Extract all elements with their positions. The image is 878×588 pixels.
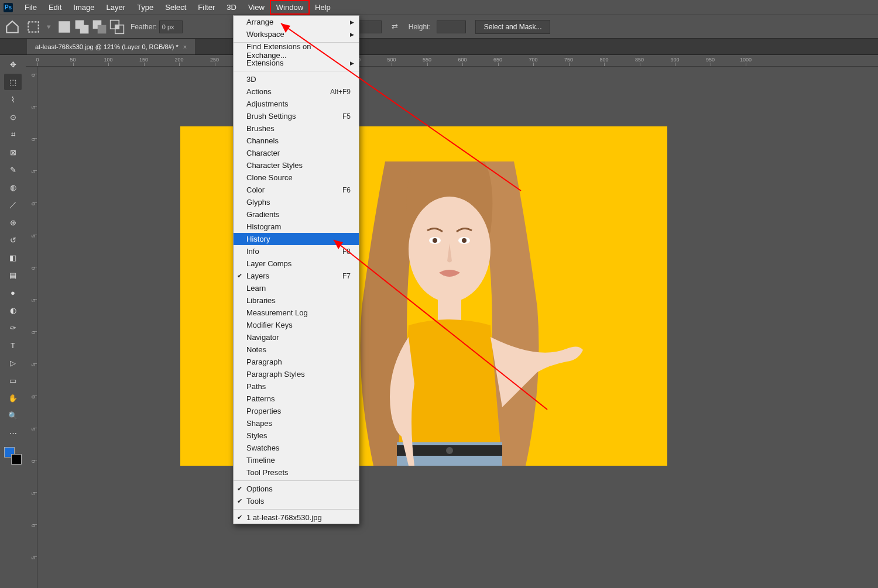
menu-item-modifier-keys[interactable]: Modifier Keys xyxy=(234,319,359,331)
menu-item-paragraph[interactable]: Paragraph xyxy=(234,356,359,368)
selection-subtract-icon[interactable] xyxy=(92,19,107,35)
menu-item-libraries[interactable]: Libraries xyxy=(234,294,359,307)
tool-clone[interactable]: ⊕ xyxy=(4,214,22,231)
ruler-vertical: 0505050505050505 xyxy=(26,67,37,588)
marquee-icon[interactable] xyxy=(26,19,41,35)
menu-item-info[interactable]: InfoF8 xyxy=(234,245,359,257)
menu-view[interactable]: View xyxy=(242,1,270,14)
tool-marquee[interactable]: ⬚ xyxy=(4,74,22,90)
tool-history-brush[interactable]: ↺ xyxy=(4,232,22,248)
document-tab-bar: at-least-768x530.jpg @ 121% (Layer 0, RG… xyxy=(0,39,878,55)
tool-zoom[interactable]: 🔍 xyxy=(4,407,22,424)
menu-image[interactable]: Image xyxy=(67,1,100,14)
selection-new-icon[interactable] xyxy=(57,19,72,35)
menu-item-swatches[interactable]: Swatches xyxy=(234,442,359,454)
menu-item-shapes[interactable]: Shapes xyxy=(234,417,359,429)
menu-filter[interactable]: Filter xyxy=(192,1,221,14)
tool-hand[interactable]: ✋ xyxy=(4,390,22,406)
menu-item-properties[interactable]: Properties xyxy=(234,405,359,417)
ruler-horizontal: 0501001502002503003504004505005506006507… xyxy=(26,55,878,67)
tool-path-select[interactable]: ▷ xyxy=(4,355,22,371)
height-input[interactable] xyxy=(437,20,466,33)
feather-input[interactable] xyxy=(159,20,183,33)
menu-help[interactable]: Help xyxy=(309,1,337,14)
menu-edit[interactable]: Edit xyxy=(43,1,67,14)
tool-eyedropper[interactable]: ✎ xyxy=(4,161,22,178)
selection-mode-group xyxy=(57,19,125,35)
tool-brush[interactable]: ／ xyxy=(4,197,22,213)
menu-item-tools[interactable]: ✔Tools xyxy=(234,495,359,507)
menu-item-workspace[interactable]: Workspace▶ xyxy=(234,28,359,40)
options-bar: ▾ Feather: dth: ⇄ Height: Select and Mas… xyxy=(0,15,878,39)
document-tab[interactable]: at-least-768x530.jpg @ 121% (Layer 0, RG… xyxy=(27,39,195,54)
menu-item-glyphs[interactable]: Glyphs xyxy=(234,196,359,208)
tool-eraser[interactable]: ◧ xyxy=(4,249,22,266)
menu-item-clone-source[interactable]: Clone Source xyxy=(234,171,359,184)
menu-item-paragraph-styles[interactable]: Paragraph Styles xyxy=(234,368,359,380)
color-swatches[interactable] xyxy=(4,447,22,465)
svg-rect-8 xyxy=(115,25,119,29)
menu-item-paths[interactable]: Paths xyxy=(234,380,359,393)
home-icon[interactable] xyxy=(5,19,20,35)
svg-point-11 xyxy=(433,238,437,243)
tool-gradient[interactable]: ▤ xyxy=(4,267,22,283)
menu-item-3d[interactable]: 3D xyxy=(234,73,359,85)
selection-intersect-icon[interactable] xyxy=(109,19,125,35)
tool-shape[interactable]: ▭ xyxy=(4,372,22,388)
menu-item-arrange[interactable]: Arrange▶ xyxy=(234,16,359,28)
app-icon: Ps xyxy=(4,3,13,12)
menu-select[interactable]: Select xyxy=(159,1,192,14)
menu-item-histogram[interactable]: Histogram xyxy=(234,221,359,233)
menu-item-brush-settings[interactable]: Brush SettingsF5 xyxy=(234,110,359,122)
menu-item-history[interactable]: History xyxy=(234,233,359,245)
menu-item-actions[interactable]: ActionsAlt+F9 xyxy=(234,85,359,98)
menu-item-gradients[interactable]: Gradients xyxy=(234,208,359,221)
menu-item-notes[interactable]: Notes xyxy=(234,343,359,356)
menu-type[interactable]: Type xyxy=(131,1,159,14)
menu-item-channels[interactable]: Channels xyxy=(234,135,359,147)
height-label: Height: xyxy=(409,23,431,31)
menu-item-layers[interactable]: ✔LayersF7 xyxy=(234,270,359,282)
svg-rect-5 xyxy=(98,25,107,33)
menu-item-timeline[interactable]: Timeline xyxy=(234,454,359,466)
tool-dodge[interactable]: ◐ xyxy=(4,302,22,318)
menu-item-measurement-log[interactable]: Measurement Log xyxy=(234,307,359,319)
menu-item-find-extensions-on-exchange-[interactable]: Find Extensions on Exchange... xyxy=(234,44,359,57)
menu-item-navigator[interactable]: Navigator xyxy=(234,331,359,343)
tool-crop[interactable]: ⌗ xyxy=(4,126,22,143)
tool-lasso[interactable]: ⌇ xyxy=(4,91,22,108)
menu-item-color[interactable]: ColorF6 xyxy=(234,184,359,196)
menu-item-extensions[interactable]: Extensions▶ xyxy=(234,57,359,69)
close-icon[interactable]: × xyxy=(183,43,187,50)
menu-item-adjustments[interactable]: Adjustments xyxy=(234,98,359,110)
menu-item-options[interactable]: ✔Options xyxy=(234,483,359,495)
menu-window[interactable]: Window xyxy=(270,1,309,14)
menu-3d[interactable]: 3D xyxy=(221,1,242,14)
tool-palette: ✥⬚⌇⊙⌗⊠✎◍／⊕↺◧▤●◐✑T▷▭✋🔍⋯ xyxy=(0,55,26,588)
swap-icon[interactable]: ⇄ xyxy=(387,19,403,35)
tool-pen[interactable]: ✑ xyxy=(4,319,22,336)
menu-item-tool-presets[interactable]: Tool Presets xyxy=(234,466,359,479)
tool-text[interactable]: T xyxy=(4,337,22,353)
menu-item-learn[interactable]: Learn xyxy=(234,282,359,294)
select-and-mask-button[interactable]: Select and Mask... xyxy=(475,20,551,34)
tool-move[interactable]: ✥ xyxy=(4,56,22,73)
menu-item-brushes[interactable]: Brushes xyxy=(234,122,359,135)
menu-file[interactable]: File xyxy=(19,1,43,14)
menu-layer[interactable]: Layer xyxy=(101,1,132,14)
tool-blur[interactable]: ● xyxy=(4,284,22,301)
menu-item-patterns[interactable]: Patterns xyxy=(234,393,359,405)
menu-item-character-styles[interactable]: Character Styles xyxy=(234,159,359,171)
tool-frame[interactable]: ⊠ xyxy=(4,144,22,160)
menu-bar: Ps FileEditImageLayerTypeSelectFilter3DV… xyxy=(0,0,878,15)
canvas[interactable]: 0501001502002503003504004505005506006507… xyxy=(26,55,878,588)
menu-item-character[interactable]: Character xyxy=(234,147,359,159)
workspace: ✥⬚⌇⊙⌗⊠✎◍／⊕↺◧▤●◐✑T▷▭✋🔍⋯ 05010015020025030… xyxy=(0,55,878,588)
menu-item-layer-comps[interactable]: Layer Comps xyxy=(234,257,359,270)
selection-add-icon[interactable] xyxy=(74,19,90,35)
tool-healing[interactable]: ◍ xyxy=(4,179,22,195)
menu-item-1-at-least-768x530-jpg[interactable]: ✔1 at-least-768x530.jpg xyxy=(234,511,359,524)
tool-more[interactable]: ⋯ xyxy=(4,425,22,441)
menu-item-styles[interactable]: Styles xyxy=(234,429,359,442)
tool-quick-select[interactable]: ⊙ xyxy=(4,109,22,125)
